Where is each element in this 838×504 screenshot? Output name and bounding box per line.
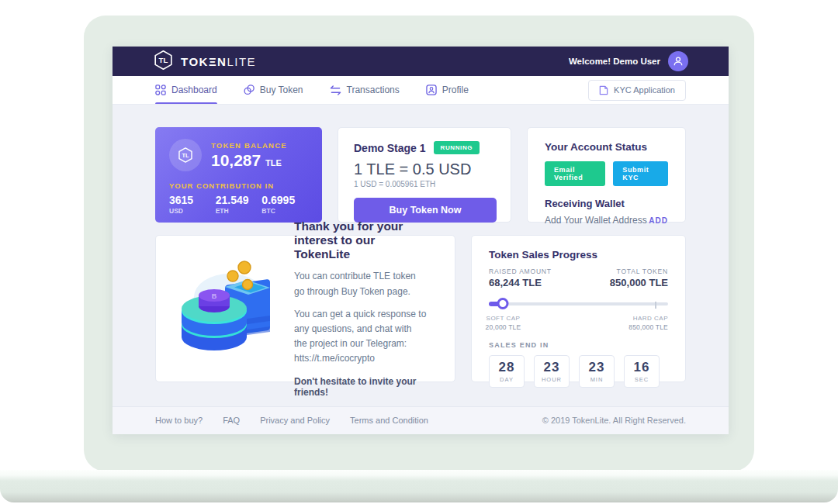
countdown-hour: 23 HOUR xyxy=(534,355,570,388)
nav-item-profile[interactable]: Profile xyxy=(426,76,469,104)
countdown-min: 23 MIN xyxy=(579,355,615,388)
countdown-row: 28 DAY 23 HOUR 23 MIN 16 xyxy=(489,355,668,388)
footer-link-faq[interactable]: FAQ xyxy=(223,416,240,425)
stage-title: Demo Stage 1 xyxy=(354,142,426,154)
nav-item-transactions[interactable]: Transactions xyxy=(330,76,400,104)
footer-links: How to buy? FAQ Privacy and Policy Terms… xyxy=(155,416,428,425)
footer-link-how-to-buy[interactable]: How to buy? xyxy=(155,416,203,425)
copyright-text: © 2019 TokenLite. All Right Reserved. xyxy=(542,416,686,425)
nav-label: Profile xyxy=(442,85,469,95)
detail-row: B Thank you for your interest to our Tok… xyxy=(155,235,686,382)
sales-end-label: SALES END IN xyxy=(489,341,668,349)
user-area: Welcome! Demo User xyxy=(569,51,688,71)
welcome-text: Welcome! Demo User xyxy=(569,57,660,66)
balance-amount: 10,287 TLE xyxy=(211,151,287,170)
kyc-button-label: KYC Application xyxy=(614,85,675,95)
account-status-title: Your Account Status xyxy=(545,141,668,153)
wallet-address-hint: Add Your Wallet Address xyxy=(545,215,647,226)
footer-link-privacy[interactable]: Privacy and Policy xyxy=(260,416,330,425)
hardcap-tick xyxy=(655,302,656,309)
token-stage-card: Demo Stage 1 RUNNING 1 TLE = 0.5 USD 1 U… xyxy=(338,127,511,223)
nav-items: Dashboard Buy Token Transactions xyxy=(155,76,469,104)
nav-label: Transactions xyxy=(347,85,400,95)
nav-bar: Dashboard Buy Token Transactions xyxy=(113,76,729,105)
laptop-base xyxy=(0,470,838,502)
sales-progress-slider xyxy=(489,298,668,310)
person-icon xyxy=(673,56,684,67)
countdown-sec: 16 SEC xyxy=(624,355,660,388)
app-window: TL TOKΞNLITE Welcome! Demo User xyxy=(113,47,729,434)
softcap-block: SOFT CAP 20,000 TLE xyxy=(486,315,521,331)
contribution-usd: 3615 USD xyxy=(169,194,216,215)
progress-handle[interactable] xyxy=(497,298,509,309)
receiving-wallet-title: Receiving Wallet xyxy=(545,198,668,209)
kyc-application-button[interactable]: KYC Application xyxy=(588,80,686,101)
user-avatar[interactable] xyxy=(668,51,688,71)
tokenlite-hex-logo-icon: TL xyxy=(153,50,174,74)
slider-track xyxy=(489,302,668,306)
brand-logo[interactable]: TL TOKΞNLITE xyxy=(153,50,256,74)
contribution-eth: 21.549 ETH xyxy=(216,194,262,215)
summary-row: TL TOKEN BALANCE 10,287 TLE YOUR CONTRIB… xyxy=(155,127,686,223)
nav-label: Buy Token xyxy=(260,85,303,95)
nav-item-dashboard[interactable]: Dashboard xyxy=(155,76,217,104)
top-header-bar: TL TOKΞNLITE Welcome! Demo User xyxy=(113,47,729,76)
token-sales-progress-card: Token Sales Progress RAISED AMOUNT 68,24… xyxy=(471,235,686,382)
footer-link-terms[interactable]: Terms and Condition xyxy=(350,416,428,425)
total-token-block: TOTAL TOKEN 850,000 TLE xyxy=(610,268,668,288)
coin-stack-illustration: B xyxy=(162,250,293,367)
thank-you-title: Thank you for your interest to our Token… xyxy=(294,219,427,261)
nav-label: Dashboard xyxy=(171,85,217,95)
email-verified-badge[interactable]: Email Verified xyxy=(545,161,605,186)
thank-you-paragraph-1: You can contribute TLE token go through … xyxy=(294,269,427,299)
balance-label: TOKEN BALANCE xyxy=(211,141,287,150)
submit-kyc-badge[interactable]: Submit KYC xyxy=(613,161,668,186)
coins-icon xyxy=(244,85,255,95)
svg-text:TL: TL xyxy=(182,152,189,159)
brand-name: TOKΞNLITE xyxy=(181,55,256,68)
cap-labels: SOFT CAP 20,000 TLE HARD CAP 850,000 TLE xyxy=(489,312,668,332)
main-content: TL TOKEN BALANCE 10,287 TLE YOUR CONTRIB… xyxy=(113,105,729,406)
thank-you-card: B Thank you for your interest to our Tok… xyxy=(155,235,455,382)
token-balance-card: TL TOKEN BALANCE 10,287 TLE YOUR CONTRIB… xyxy=(155,127,322,223)
profile-badge-icon xyxy=(426,85,437,95)
nav-item-buy-token[interactable]: Buy Token xyxy=(244,76,303,104)
contribution-row: 3615 USD 21.549 ETH 0.6995 BTC xyxy=(169,194,308,215)
svg-text:TL: TL xyxy=(159,56,168,64)
kyc-document-icon xyxy=(599,85,608,95)
countdown-day: 28 DAY xyxy=(489,355,525,388)
swap-arrows-icon xyxy=(330,85,341,95)
app-footer: How to buy? FAQ Privacy and Policy Terms… xyxy=(113,406,729,434)
add-wallet-link[interactable]: ADD xyxy=(649,216,668,225)
token-sub-rate: 1 USD = 0.005961 ETH xyxy=(354,180,495,188)
dashboard-grid-icon xyxy=(155,85,166,95)
contribution-label: YOUR CONTRIBUTION IN xyxy=(169,181,308,190)
token-rate: 1 TLE = 0.5 USD xyxy=(354,161,495,178)
account-status-card: Your Account Status Email Verified Submi… xyxy=(527,127,686,223)
stage-status-badge: RUNNING xyxy=(434,141,480,154)
raised-amount-block: RAISED AMOUNT 68,244 TLE xyxy=(489,268,552,288)
laptop-mockup: TL TOKΞNLITE Welcome! Demo User xyxy=(0,0,838,504)
token-hex-icon: TL xyxy=(169,139,202,171)
progress-title: Token Sales Progress xyxy=(489,249,668,261)
hardcap-block: HARD CAP 850,000 TLE xyxy=(628,315,668,331)
thank-you-paragraph-2: You can get a quick response to any ques… xyxy=(294,307,427,367)
svg-text:B: B xyxy=(212,292,217,300)
thank-you-paragraph-3: Don't hesitate to invite your friends! xyxy=(294,376,427,398)
